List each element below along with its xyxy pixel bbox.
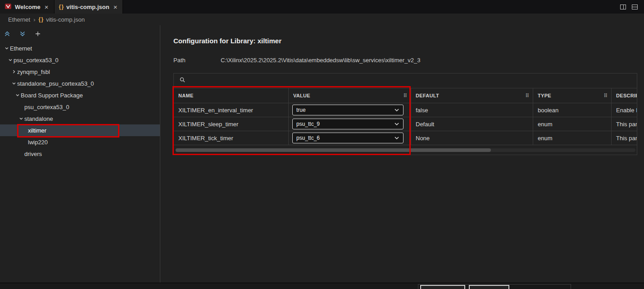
tree-item-label: standalone (24, 115, 53, 122)
chevron-down-icon[interactable] (7, 58, 14, 62)
path-row: Path C:\Xilinx\2025.2\2025.2\Vitis\data\… (173, 57, 420, 64)
chevron-down-icon[interactable] (14, 93, 21, 97)
close-icon[interactable]: × (113, 4, 118, 10)
table-search-bar (174, 73, 637, 88)
tree-item-label: Board Support Package (21, 92, 83, 99)
breadcrumb-item-file[interactable]: vitis-comp.json (46, 16, 85, 23)
tab-label: Welcome (15, 4, 41, 10)
component-tree-panel: Ethernet psu_cortexa53_0 zynqmp_fsbl sta… (0, 25, 160, 283)
tree-item-drivers[interactable]: drivers (0, 148, 160, 160)
cell-default: Default (411, 117, 533, 131)
table-row: XILTIMER_tick_timer psu_ttc_6 None enum … (174, 131, 637, 145)
cell-description: Enable In (612, 103, 637, 117)
tab-vitis-comp-json[interactable]: { } vitis-comp.json × (54, 0, 123, 14)
column-header-type[interactable]: TYPE ⠿ (533, 88, 612, 103)
dropdown-value: true (296, 107, 306, 113)
cutoff-button-fragment (469, 285, 509, 289)
bottom-strip (0, 283, 644, 289)
cell-name: XILTIMER_sleep_timer (174, 117, 289, 131)
cell-type: enum (533, 117, 612, 131)
tree-item-label: xiltimer (28, 127, 46, 134)
chevron-down-icon (394, 121, 399, 127)
cell-name: XILTIMER_en_interval_timer (174, 103, 289, 117)
chevron-right-icon[interactable] (11, 69, 17, 74)
chevron-right-icon: › (33, 16, 35, 23)
expand-all-icon[interactable] (19, 30, 26, 37)
chevron-down-icon[interactable] (11, 81, 17, 86)
cell-name: XILTIMER_tick_timer (174, 131, 289, 145)
cutoff-button-fragment (420, 285, 465, 289)
column-header-value[interactable]: VALUE ⠿ (289, 88, 411, 103)
cell-type: boolean (533, 103, 612, 117)
tree-toolbar (0, 25, 160, 42)
cell-default: None (411, 131, 533, 145)
breadcrumb-item-ethernet[interactable]: Ethernet (8, 16, 30, 23)
editor-tab-bar: Welcome × { } vitis-comp.json × (0, 0, 644, 14)
horizontal-scrollbar[interactable] (174, 145, 637, 155)
tree-item-label: psu_cortexa53_0 (14, 57, 59, 64)
tree-item-psu-cortexa53-0-bsp[interactable]: psu_cortexa53_0 (0, 101, 160, 113)
tree-item-xiltimer[interactable]: xiltimer (0, 124, 160, 136)
tree-item-standalone[interactable]: standalone (0, 113, 160, 124)
cell-default: false (411, 103, 533, 117)
json-braces-icon: { } (39, 16, 43, 23)
chevron-down-icon[interactable] (18, 116, 24, 121)
table-header: NAME VALUE ⠿ DEFAULT ⠿ TYPE ⠿ DESCRIPTI (174, 88, 637, 103)
collapse-all-icon[interactable] (4, 30, 11, 37)
cell-value: psu_ttc_6 (289, 131, 411, 145)
close-icon[interactable]: × (44, 4, 50, 10)
search-icon (179, 77, 186, 85)
tree-item-label: Ethernet (10, 45, 32, 52)
toggle-panel-icon[interactable] (632, 5, 638, 9)
chevron-down-icon (394, 107, 399, 113)
path-label: Path (173, 57, 221, 64)
tree-item-lwip220[interactable]: lwip220 (0, 136, 160, 148)
config-editor: Configuration for Library: xiltimer Path… (160, 25, 644, 283)
vitis-logo-icon (5, 3, 12, 11)
cell-value: psu_ttc_9 (289, 117, 411, 131)
drag-handle-icon[interactable]: ⠿ (604, 93, 608, 99)
table-filter-input[interactable] (189, 73, 637, 88)
dropdown-value: psu_ttc_6 (296, 135, 320, 141)
tree-item-ethernet[interactable]: Ethernet (0, 42, 160, 54)
config-table: NAME VALUE ⠿ DEFAULT ⠿ TYPE ⠿ DESCRIPTI (173, 73, 637, 155)
path-value: C:\Xilinx\2025.2\2025.2\Vitis\data\embed… (221, 57, 420, 64)
json-braces-icon: { } (59, 4, 63, 10)
column-header-description[interactable]: DESCRIPTI (612, 88, 637, 103)
add-icon[interactable] (34, 30, 41, 37)
scrollbar-thumb[interactable] (176, 148, 491, 152)
tree-item-label: lwip220 (28, 139, 48, 146)
table-row: XILTIMER_en_interval_timer true false bo… (174, 103, 637, 117)
drag-handle-icon[interactable]: ⠿ (404, 93, 407, 99)
column-header-name[interactable]: NAME (174, 88, 289, 103)
column-header-default[interactable]: DEFAULT ⠿ (411, 88, 533, 103)
value-dropdown[interactable]: true (292, 105, 404, 115)
tree-item-label: standalone_psu_cortexa53_0 (17, 80, 94, 87)
drag-handle-icon[interactable]: ⠿ (526, 93, 529, 99)
chevron-down-icon[interactable] (4, 46, 10, 50)
tab-label: vitis-comp.json (66, 4, 109, 10)
tree-item-board-support-package[interactable]: Board Support Package (0, 89, 160, 101)
tree-item-zynqmp-fsbl[interactable]: zynqmp_fsbl (0, 66, 160, 78)
tab-welcome[interactable]: Welcome × (0, 0, 54, 14)
tree-item-label: psu_cortexa53_0 (24, 104, 69, 110)
cell-description: This para (612, 131, 637, 145)
vitis-window: Welcome × { } vitis-comp.json × Ethernet… (0, 0, 644, 289)
page-title: Configuration for Library: xiltimer (173, 37, 281, 45)
chevron-down-icon (394, 135, 399, 141)
table-row: XILTIMER_sleep_timer psu_ttc_9 Default e… (174, 117, 637, 131)
tree-item-standalone-psu-cortexa53-0[interactable]: standalone_psu_cortexa53_0 (0, 78, 160, 89)
cell-type: enum (533, 131, 612, 145)
cell-value: true (289, 103, 411, 117)
split-editor-icon[interactable] (620, 5, 626, 9)
tree-item-psu-cortexa53-0[interactable]: psu_cortexa53_0 (0, 54, 160, 66)
value-dropdown[interactable]: psu_ttc_6 (292, 133, 404, 143)
dropdown-value: psu_ttc_9 (296, 121, 320, 127)
tree-item-label: zynqmp_fsbl (17, 69, 50, 75)
value-dropdown[interactable]: psu_ttc_9 (292, 119, 404, 129)
breadcrumb: Ethernet › { } vitis-comp.json (0, 14, 644, 25)
cell-description: This para (612, 117, 637, 131)
component-tree: Ethernet psu_cortexa53_0 zynqmp_fsbl sta… (0, 42, 160, 160)
editor-actions (620, 0, 644, 14)
tree-item-label: drivers (24, 151, 42, 157)
